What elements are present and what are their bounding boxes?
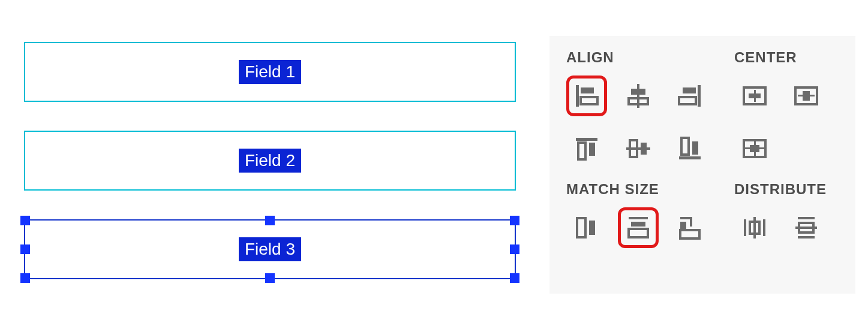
match-height-button[interactable] [618,207,659,248]
match-both-icon [677,215,703,241]
svg-rect-42 [798,236,815,238]
align-middle-vertical-button[interactable] [618,128,659,169]
match-title: MATCH SIZE [566,181,734,198]
resize-handle-bl[interactable] [20,273,30,283]
svg-rect-15 [679,156,701,159]
center-horizontal-icon [741,83,768,109]
align-top-icon [573,135,600,162]
resize-handle-tr[interactable] [510,216,519,225]
align-bottom-button[interactable] [669,128,710,169]
svg-rect-2 [581,97,597,104]
center-vertical-icon [793,83,819,109]
distribute-horizontal-button[interactable] [734,207,775,248]
svg-rect-31 [631,222,645,227]
distribute-title: DISTRIBUTE [734,181,827,198]
resize-handle-tl[interactable] [20,216,30,225]
match-both-button[interactable] [669,207,710,248]
match-height-icon [625,215,651,241]
align-middle-vertical-icon [625,135,651,162]
svg-rect-27 [745,147,764,149]
svg-rect-33 [680,217,690,219]
svg-rect-41 [798,217,815,219]
field-2-label: Field 2 [239,149,301,173]
svg-rect-4 [631,89,645,95]
svg-rect-9 [576,138,597,141]
align-bottom-icon [677,135,703,162]
align-right-button[interactable] [669,76,710,116]
match-size-section: MATCH SIZE [566,181,734,260]
svg-rect-28 [577,218,585,237]
align-left-button[interactable] [566,76,607,116]
svg-rect-34 [680,222,686,229]
resize-handle-tc[interactable] [265,216,275,225]
design-canvas[interactable]: Field 1 Field 2 Field 3 [24,42,516,308]
svg-rect-23 [798,95,815,96]
svg-rect-10 [578,143,585,159]
svg-rect-1 [581,87,594,93]
align-right-icon [677,83,703,109]
field-1-label: Field 1 [239,60,301,84]
center-title: CENTER [734,49,827,66]
align-center-horizontal-button[interactable] [618,76,659,116]
svg-rect-7 [683,87,696,93]
center-vertical-button[interactable] [786,76,827,116]
svg-rect-36 [680,230,699,238]
svg-rect-20 [754,90,756,102]
svg-rect-14 [641,143,647,155]
match-width-icon [573,215,600,241]
match-width-button[interactable] [566,207,607,248]
resize-handle-bc[interactable] [265,273,275,283]
resize-handle-mr[interactable] [510,244,519,254]
distribute-vertical-icon [793,215,819,241]
svg-rect-29 [589,221,595,235]
align-top-button[interactable] [566,128,607,169]
svg-rect-11 [589,143,595,156]
center-both-icon [741,135,768,162]
svg-rect-35 [690,217,692,227]
distribute-vertical-button[interactable] [786,207,827,248]
svg-rect-37 [744,219,746,236]
center-section: CENTER [734,49,827,181]
field-3-label: Field 3 [239,237,301,261]
align-center-horizontal-icon [625,83,651,109]
align-title: ALIGN [566,49,734,66]
center-horizontal-button[interactable] [734,76,775,116]
align-section: ALIGN [566,49,734,181]
svg-rect-8 [679,97,696,104]
resize-handle-br[interactable] [510,273,519,283]
field-2[interactable]: Field 2 [24,131,516,191]
svg-rect-32 [629,229,648,237]
svg-rect-17 [692,141,698,155]
svg-rect-16 [681,138,689,155]
svg-rect-30 [629,217,648,219]
svg-rect-40 [753,217,756,238]
resize-handle-ml[interactable] [20,244,30,254]
svg-rect-38 [763,219,765,236]
svg-rect-0 [576,85,579,107]
align-left-icon [573,83,600,109]
field-3-selected[interactable]: Field 3 [24,219,516,279]
distribute-section: DISTRIBUTE [734,181,827,260]
center-both-button[interactable] [734,128,775,169]
svg-rect-6 [698,85,701,107]
field-1[interactable]: Field 1 [24,42,516,102]
layout-panel: ALIGN [549,36,855,294]
distribute-horizontal-icon [741,215,768,241]
svg-rect-44 [795,227,817,229]
